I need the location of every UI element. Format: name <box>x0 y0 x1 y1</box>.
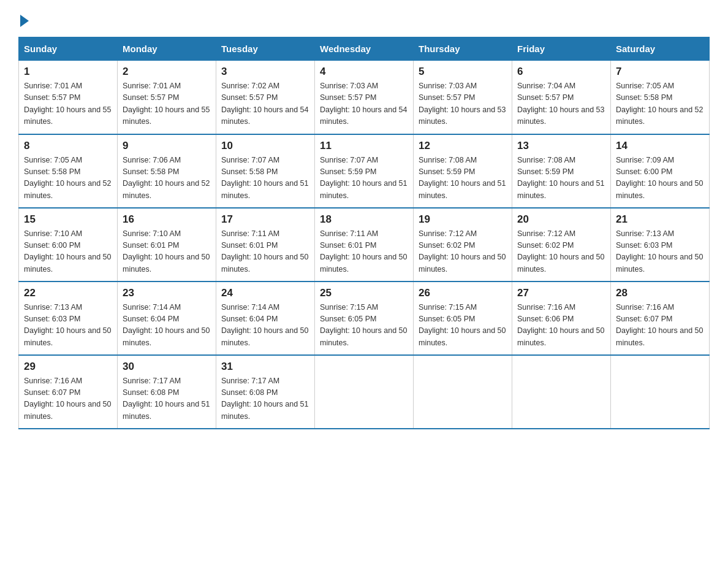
day-cell: 23 Sunrise: 7:14 AMSunset: 6:04 PMDaylig… <box>118 282 216 355</box>
header-day-monday: Monday <box>118 37 216 61</box>
day-info: Sunrise: 7:10 AMSunset: 6:00 PMDaylight:… <box>24 228 112 276</box>
day-info: Sunrise: 7:01 AMSunset: 5:57 PMDaylight:… <box>123 80 211 128</box>
day-number: 28 <box>616 287 704 299</box>
day-number: 21 <box>616 213 704 226</box>
day-info: Sunrise: 7:05 AMSunset: 5:58 PMDaylight:… <box>24 155 112 202</box>
day-number: 14 <box>616 140 704 152</box>
day-cell: 28 Sunrise: 7:16 AMSunset: 6:07 PMDaylig… <box>611 282 710 355</box>
day-cell: 26 Sunrise: 7:15 AMSunset: 6:05 PMDaylig… <box>414 282 512 355</box>
day-cell: 30 Sunrise: 7:17 AMSunset: 6:08 PMDaylig… <box>118 355 216 429</box>
day-info: Sunrise: 7:17 AMSunset: 6:08 PMDaylight:… <box>221 375 309 423</box>
day-cell: 27 Sunrise: 7:16 AMSunset: 6:06 PMDaylig… <box>512 282 611 355</box>
day-number: 27 <box>517 287 605 299</box>
day-cell: 1 Sunrise: 7:01 AMSunset: 5:57 PMDayligh… <box>19 61 118 134</box>
page-header <box>18 12 710 25</box>
day-info: Sunrise: 7:03 AMSunset: 5:57 PMDaylight:… <box>320 80 408 128</box>
logo-arrow-icon <box>20 15 29 27</box>
day-number: 8 <box>24 140 112 152</box>
day-cell: 14 Sunrise: 7:09 AMSunset: 6:00 PMDaylig… <box>611 134 710 208</box>
header-day-sunday: Sunday <box>19 37 118 61</box>
day-info: Sunrise: 7:11 AMSunset: 6:01 PMDaylight:… <box>221 228 309 276</box>
day-cell: 18 Sunrise: 7:11 AMSunset: 6:01 PMDaylig… <box>315 208 414 282</box>
day-info: Sunrise: 7:05 AMSunset: 5:58 PMDaylight:… <box>616 80 704 128</box>
day-info: Sunrise: 7:16 AMSunset: 6:06 PMDaylight:… <box>517 302 605 350</box>
day-info: Sunrise: 7:09 AMSunset: 6:00 PMDaylight:… <box>616 155 704 202</box>
day-cell: 3 Sunrise: 7:02 AMSunset: 5:57 PMDayligh… <box>216 61 315 134</box>
day-info: Sunrise: 7:03 AMSunset: 5:57 PMDaylight:… <box>419 80 507 128</box>
day-number: 3 <box>221 66 309 78</box>
day-cell: 13 Sunrise: 7:08 AMSunset: 5:59 PMDaylig… <box>512 134 611 208</box>
header-day-friday: Friday <box>512 37 611 61</box>
header-day-tuesday: Tuesday <box>216 37 315 61</box>
day-cell <box>414 355 512 429</box>
week-row-2: 8 Sunrise: 7:05 AMSunset: 5:58 PMDayligh… <box>19 134 710 208</box>
day-number: 16 <box>123 213 211 226</box>
day-cell: 4 Sunrise: 7:03 AMSunset: 5:57 PMDayligh… <box>315 61 414 134</box>
day-number: 2 <box>123 66 211 78</box>
day-cell: 25 Sunrise: 7:15 AMSunset: 6:05 PMDaylig… <box>315 282 414 355</box>
day-number: 23 <box>123 287 211 299</box>
day-info: Sunrise: 7:14 AMSunset: 6:04 PMDaylight:… <box>221 302 309 350</box>
day-number: 9 <box>123 140 211 152</box>
day-cell: 11 Sunrise: 7:07 AMSunset: 5:59 PMDaylig… <box>315 134 414 208</box>
day-number: 1 <box>24 66 112 78</box>
day-info: Sunrise: 7:13 AMSunset: 6:03 PMDaylight:… <box>616 228 704 276</box>
day-info: Sunrise: 7:07 AMSunset: 5:58 PMDaylight:… <box>221 155 309 202</box>
logo-top <box>18 12 29 27</box>
day-cell: 6 Sunrise: 7:04 AMSunset: 5:57 PMDayligh… <box>512 61 611 134</box>
day-cell: 31 Sunrise: 7:17 AMSunset: 6:08 PMDaylig… <box>216 355 315 429</box>
day-cell: 22 Sunrise: 7:13 AMSunset: 6:03 PMDaylig… <box>19 282 118 355</box>
day-info: Sunrise: 7:10 AMSunset: 6:01 PMDaylight:… <box>123 228 211 276</box>
day-cell: 8 Sunrise: 7:05 AMSunset: 5:58 PMDayligh… <box>19 134 118 208</box>
day-number: 17 <box>221 213 309 226</box>
day-number: 26 <box>419 287 507 299</box>
day-number: 12 <box>419 140 507 152</box>
day-cell: 17 Sunrise: 7:11 AMSunset: 6:01 PMDaylig… <box>216 208 315 282</box>
week-row-5: 29 Sunrise: 7:16 AMSunset: 6:07 PMDaylig… <box>19 355 710 429</box>
day-cell: 21 Sunrise: 7:13 AMSunset: 6:03 PMDaylig… <box>611 208 710 282</box>
day-number: 10 <box>221 140 309 152</box>
day-number: 25 <box>320 287 408 299</box>
day-cell: 12 Sunrise: 7:08 AMSunset: 5:59 PMDaylig… <box>414 134 512 208</box>
header-day-thursday: Thursday <box>414 37 512 61</box>
day-number: 24 <box>221 287 309 299</box>
week-row-3: 15 Sunrise: 7:10 AMSunset: 6:00 PMDaylig… <box>19 208 710 282</box>
day-number: 30 <box>123 361 211 373</box>
day-number: 20 <box>517 213 605 226</box>
day-number: 31 <box>221 361 309 373</box>
day-info: Sunrise: 7:16 AMSunset: 6:07 PMDaylight:… <box>616 302 704 350</box>
day-cell: 16 Sunrise: 7:10 AMSunset: 6:01 PMDaylig… <box>118 208 216 282</box>
day-info: Sunrise: 7:14 AMSunset: 6:04 PMDaylight:… <box>123 302 211 350</box>
day-cell: 20 Sunrise: 7:12 AMSunset: 6:02 PMDaylig… <box>512 208 611 282</box>
day-cell: 24 Sunrise: 7:14 AMSunset: 6:04 PMDaylig… <box>216 282 315 355</box>
day-info: Sunrise: 7:07 AMSunset: 5:59 PMDaylight:… <box>320 155 408 202</box>
day-cell: 5 Sunrise: 7:03 AMSunset: 5:57 PMDayligh… <box>414 61 512 134</box>
day-info: Sunrise: 7:16 AMSunset: 6:07 PMDaylight:… <box>24 375 112 423</box>
day-cell <box>512 355 611 429</box>
day-cell: 15 Sunrise: 7:10 AMSunset: 6:00 PMDaylig… <box>19 208 118 282</box>
day-info: Sunrise: 7:04 AMSunset: 5:57 PMDaylight:… <box>517 80 605 128</box>
day-cell: 2 Sunrise: 7:01 AMSunset: 5:57 PMDayligh… <box>118 61 216 134</box>
day-info: Sunrise: 7:11 AMSunset: 6:01 PMDaylight:… <box>320 228 408 276</box>
day-cell: 7 Sunrise: 7:05 AMSunset: 5:58 PMDayligh… <box>611 61 710 134</box>
day-cell <box>611 355 710 429</box>
day-number: 7 <box>616 66 704 78</box>
header-row: SundayMondayTuesdayWednesdayThursdayFrid… <box>19 37 710 61</box>
day-number: 11 <box>320 140 408 152</box>
week-row-4: 22 Sunrise: 7:13 AMSunset: 6:03 PMDaylig… <box>19 282 710 355</box>
logo <box>18 12 29 25</box>
header-day-wednesday: Wednesday <box>315 37 414 61</box>
day-cell: 19 Sunrise: 7:12 AMSunset: 6:02 PMDaylig… <box>414 208 512 282</box>
day-info: Sunrise: 7:06 AMSunset: 5:58 PMDaylight:… <box>123 155 211 202</box>
day-cell: 10 Sunrise: 7:07 AMSunset: 5:58 PMDaylig… <box>216 134 315 208</box>
day-info: Sunrise: 7:08 AMSunset: 5:59 PMDaylight:… <box>517 155 605 202</box>
day-number: 6 <box>517 66 605 78</box>
day-number: 13 <box>517 140 605 152</box>
day-cell: 29 Sunrise: 7:16 AMSunset: 6:07 PMDaylig… <box>19 355 118 429</box>
day-number: 15 <box>24 213 112 226</box>
day-info: Sunrise: 7:08 AMSunset: 5:59 PMDaylight:… <box>419 155 507 202</box>
day-number: 19 <box>419 213 507 226</box>
day-cell <box>315 355 414 429</box>
day-info: Sunrise: 7:02 AMSunset: 5:57 PMDaylight:… <box>221 80 309 128</box>
day-number: 22 <box>24 287 112 299</box>
